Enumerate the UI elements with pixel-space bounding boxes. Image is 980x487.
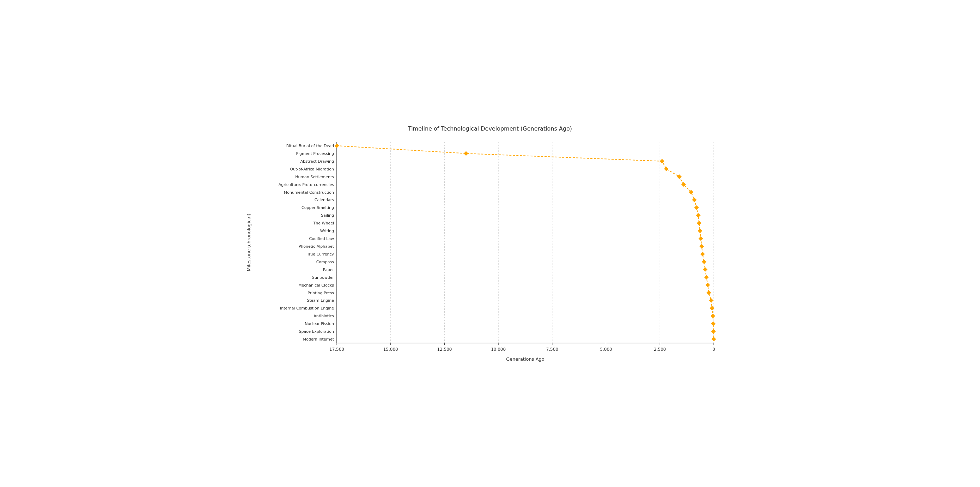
svg-text:Milestone (chronological): Milestone (chronological) (246, 214, 251, 271)
chart-container: Timeline of Technological Development (G… (245, 122, 735, 365)
svg-text:Internal Combustion Engine: Internal Combustion Engine (280, 306, 334, 311)
svg-text:Space Exploration: Space Exploration (299, 329, 334, 334)
svg-text:Calendars: Calendars (315, 198, 334, 202)
svg-text:Antibiotics: Antibiotics (313, 314, 334, 318)
svg-text:Compass: Compass (316, 260, 334, 264)
svg-text:Steam Engine: Steam Engine (307, 298, 334, 303)
svg-text:Paper: Paper (323, 268, 334, 272)
chart-inner: 17,50015,00012,50010,0007,5005,0002,5000… (245, 135, 735, 364)
svg-text:17,500: 17,500 (329, 347, 344, 352)
chart-title: Timeline of Technological Development (G… (245, 122, 735, 132)
svg-text:Copper Smelting: Copper Smelting (302, 205, 334, 210)
svg-text:Agriculture; Proto-currencies: Agriculture; Proto-currencies (278, 182, 334, 187)
svg-text:Human Settlements: Human Settlements (295, 175, 334, 179)
svg-text:The Wheel: The Wheel (313, 221, 334, 225)
svg-text:Pigment Processing: Pigment Processing (296, 152, 334, 156)
svg-text:15,000: 15,000 (383, 347, 398, 352)
svg-text:Sailing: Sailing (321, 213, 334, 218)
svg-text:Ritual Burial of the Dead: Ritual Burial of the Dead (286, 144, 334, 148)
svg-text:Modern Internet: Modern Internet (303, 337, 334, 342)
svg-text:Generations Ago: Generations Ago (506, 356, 544, 362)
svg-text:Codified Law: Codified Law (309, 236, 334, 241)
svg-text:10,000: 10,000 (491, 347, 506, 352)
svg-text:Phonetic Alphabet: Phonetic Alphabet (299, 244, 334, 249)
svg-text:12,500: 12,500 (437, 347, 452, 352)
svg-text:True Currency: True Currency (307, 252, 334, 257)
svg-text:5,000: 5,000 (600, 347, 612, 352)
svg-text:Abstract Drawing: Abstract Drawing (301, 159, 334, 164)
svg-text:Mechanical Clocks: Mechanical Clocks (298, 283, 334, 287)
chart-svg: 17,50015,00012,50010,0007,5005,0002,5000… (245, 135, 735, 364)
svg-text:Writing: Writing (320, 229, 334, 233)
svg-text:2,500: 2,500 (654, 347, 666, 352)
svg-text:7,500: 7,500 (546, 347, 558, 352)
svg-text:Nuclear Fission: Nuclear Fission (305, 321, 334, 326)
svg-text:0: 0 (712, 347, 715, 352)
svg-text:Printing Press: Printing Press (307, 291, 334, 295)
svg-text:Out-of-Africa Migration: Out-of-Africa Migration (290, 167, 334, 171)
svg-text:Monumental Construction: Monumental Construction (284, 190, 334, 195)
svg-text:Gunpowder: Gunpowder (312, 275, 334, 280)
